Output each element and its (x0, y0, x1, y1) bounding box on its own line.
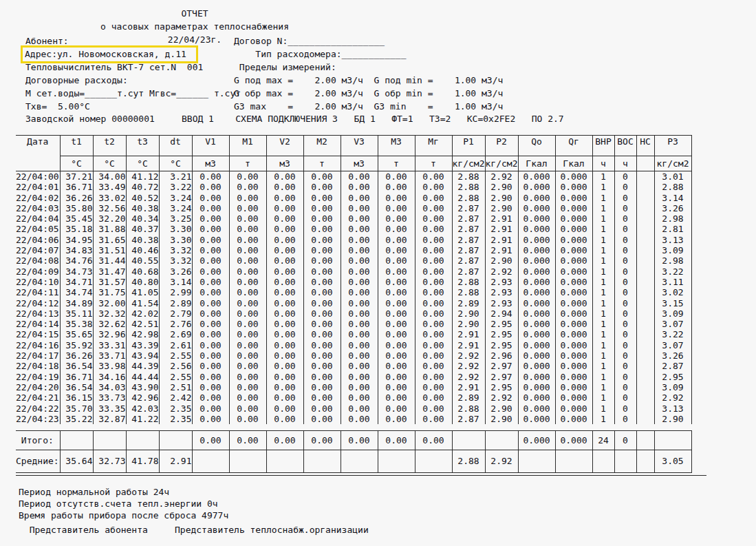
table-cell: 2.90 (485, 193, 518, 203)
table-cell: 0.00 (229, 392, 266, 403)
table-cell: 22/04:06 (16, 235, 60, 245)
table-cell: т (229, 156, 266, 171)
table-cell: 0 (614, 361, 636, 371)
table-cell: 0.00 (229, 277, 266, 287)
table-cell: 3.07 (654, 340, 691, 350)
table-cell: 3.30 (159, 224, 192, 234)
table-cell: 2.56 (159, 361, 192, 371)
table-cell: 0.00 (266, 266, 303, 277)
table-cell: 2.91 (485, 224, 518, 234)
heat-calculator-line: Тепловычислитель ВКТ-7 сет.N 001 (25, 61, 241, 74)
table-cell: 2.81 (654, 224, 691, 234)
table-cell: 37.21 (60, 171, 93, 182)
table-cell: 3.25 (159, 213, 192, 224)
table-cell: 1 (592, 213, 614, 224)
table-cell: 0 (614, 224, 636, 234)
table-cell: 0.00 (229, 431, 266, 450)
table-cell: 0.00 (415, 392, 452, 403)
table-cell: 40.46 (126, 245, 159, 255)
table-cell: 34.76 (60, 255, 93, 266)
table-cell: 2.88 (452, 182, 485, 192)
table-cell: 2.90 (485, 403, 518, 414)
table-cell: 40.37 (126, 224, 159, 234)
table-cell: 35.18 (60, 224, 93, 234)
table-cell: 0.00 (266, 350, 303, 361)
table-cell (592, 450, 614, 473)
cold-water-temp-line: Тхв= 5.00°С (25, 100, 241, 113)
table-cell: °С (60, 156, 93, 171)
table-data-row: 22/04:2335.2232.8741.222.350.000.000.000… (16, 414, 691, 424)
table-cell: 0.00 (378, 382, 415, 392)
table-cell: Р3 (654, 136, 691, 156)
table-cell: °С (93, 156, 126, 171)
table-cell: 44.39 (126, 361, 159, 371)
table-cell: 40.38 (126, 235, 159, 245)
table-cell: 0 (614, 414, 636, 424)
table-cell: Гкал (555, 156, 592, 171)
table-cell (636, 403, 654, 414)
table-cell: т (303, 156, 341, 171)
table-cell: 0.00 (229, 361, 266, 371)
table-cell: 1 (592, 361, 614, 371)
table-cell: 3.30 (159, 235, 192, 245)
table-averages-row: Средние:35.6432.7341.782.912.882.923.05 (16, 450, 691, 473)
table-cell: 0.00 (192, 193, 229, 203)
table-cell: 0 (614, 203, 636, 213)
table-cell: 0.00 (341, 319, 378, 329)
table-cell: 0.000 (555, 193, 592, 203)
table-cell: 34.71 (60, 277, 93, 287)
table-cell: 31.57 (93, 277, 126, 287)
table-cell: 0.00 (192, 182, 229, 192)
table-cell: 1 (592, 350, 614, 361)
table-cell: 22/04:10 (16, 277, 60, 287)
table-cell: 0.00 (192, 329, 229, 339)
contract-costs-label: Договорные расходы: (25, 74, 241, 87)
table-cell: 0.00 (415, 372, 452, 382)
table-data-row: 22/04:1635.9233.3143.392.610.000.000.000… (16, 340, 691, 350)
table-cell (636, 350, 654, 361)
table-cell: 1 (592, 287, 614, 297)
limit-g-obr-line: G обр max = 2.00 м3/ч G обр min = 1.00 м… (234, 87, 503, 100)
table-cell: 0.00 (303, 340, 341, 350)
table-cell: 0.00 (192, 224, 229, 234)
table-cell: 0.00 (266, 287, 303, 297)
table-cell: 0 (614, 277, 636, 287)
table-cell: 0.00 (341, 392, 378, 403)
table-cell: °С (126, 156, 159, 171)
table-cell: 0.00 (192, 308, 229, 319)
table-cell: 2.95 (485, 340, 518, 350)
table-cell: 0.00 (192, 431, 229, 450)
table-cell: 0.00 (341, 350, 378, 361)
table-cell: 2.88 (452, 171, 485, 182)
table-data-row: 22/04:1936.7134.1644.442.550.000.000.000… (16, 372, 691, 382)
table-cell: 0.000 (555, 224, 592, 234)
table-cell: 1 (592, 255, 614, 266)
table-cell: 35.22 (60, 414, 93, 424)
limit-g3-line: G3 max = 2.00 м3/ч G3 min = 1.00 м3/ч (234, 100, 503, 113)
table-cell: 0.00 (415, 308, 452, 319)
table-cell: 2.88 (452, 193, 485, 203)
table-cell: 0.000 (518, 340, 555, 350)
table-cell: 36.15 (60, 392, 93, 403)
table-cell: 0.00 (415, 182, 452, 192)
table-cell: 41.05 (126, 287, 159, 297)
flowmeter-type-line: Тип расходомера:____________ (234, 48, 503, 61)
table-cell: 0.000 (555, 287, 592, 297)
table-cell: М1 (229, 136, 266, 156)
table-cell: 2.92 (485, 450, 518, 473)
table-cell: 33.35 (93, 403, 126, 414)
table-cell: 0.00 (415, 350, 452, 361)
table-cell: 2.98 (654, 255, 691, 266)
table-cell: 0.000 (555, 329, 592, 339)
table-cell (266, 450, 303, 473)
table-cell: 0.00 (192, 266, 229, 277)
table-cell: 35.38 (60, 319, 93, 329)
table-data-row: 22/04:1034.7131.5740.803.140.000.000.000… (16, 277, 691, 287)
table-cell: 2.87 (452, 213, 485, 224)
table-cell: 0.00 (341, 182, 378, 192)
table-cell: 0.00 (303, 431, 341, 450)
table-cell: 34.83 (60, 245, 93, 255)
table-cell: t1 (60, 136, 93, 156)
info-right-column: Договор N:__________________ Тип расходо… (234, 34, 503, 113)
contract-number-line: Договор N:__________________ (234, 34, 503, 48)
